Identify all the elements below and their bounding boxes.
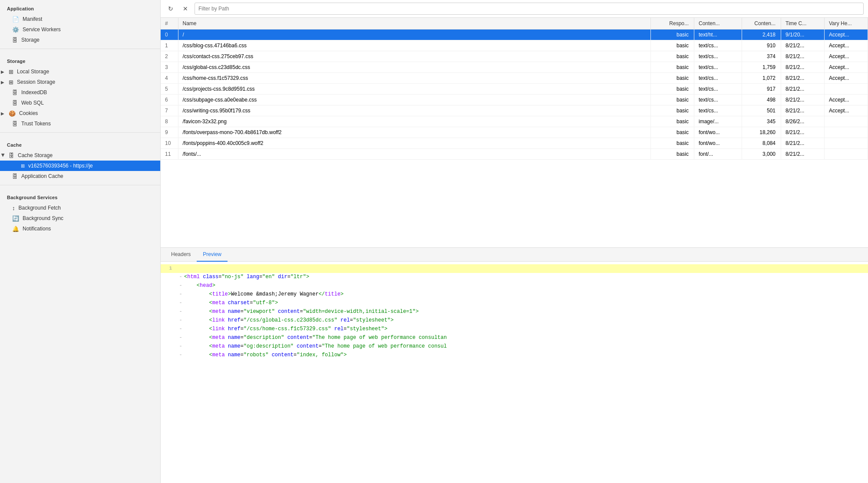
table-row[interactable]: 11/fonts/...basicfont/...3,0008/21/2... — [161, 149, 868, 160]
sidebar-item-background-sync[interactable]: 🔄 Background Sync — [0, 213, 160, 223]
table-cell-col-timec: 8/21/2... — [781, 84, 825, 95]
table-cell-col-timec: 8/21/2... — [781, 105, 825, 116]
table-cell-col-name: /css/contact-css.275ceb97.css — [178, 51, 651, 62]
sidebar-item-label: Background Fetch — [19, 205, 61, 211]
table-cell-col-content2: 374 — [742, 51, 781, 62]
line-number — [164, 308, 177, 308]
line-number — [164, 325, 177, 325]
db-icon: 🗄 — [12, 37, 18, 43]
line-prefix: - — [177, 299, 184, 307]
table-row[interactable]: 10/fonts/poppins-400.40c005c9.woff2basic… — [161, 138, 868, 149]
table-row[interactable]: 7/css/writing-css.95b0f179.cssbasictext/… — [161, 105, 868, 116]
table-row[interactable]: 2/css/contact-css.275ceb97.cssbasictext/… — [161, 51, 868, 62]
table-cell-col-name: / — [178, 30, 651, 40]
tab-preview[interactable]: Preview — [197, 248, 228, 262]
db-icon: 🗄 — [12, 100, 18, 106]
table-cell-col-timec: 8/21/2... — [781, 73, 825, 84]
sidebar-item-session-storage[interactable]: ▶ ⊞ Session Storage — [0, 77, 160, 87]
col-header-content2[interactable]: Conten... — [742, 18, 781, 30]
table-row[interactable]: 9/fonts/overpass-mono-700.4b8617db.woff2… — [161, 127, 868, 138]
col-header-timec[interactable]: Time C... — [781, 18, 825, 30]
sidebar-item-label: Web SQL — [21, 100, 44, 106]
table-row[interactable]: 3/css/global-css.c23d85dc.cssbasictext/c… — [161, 62, 868, 73]
table-cell-col-content2: 8,084 — [742, 138, 781, 149]
expand-arrow-icon: ▶ — [1, 69, 5, 74]
sidebar-item-manifest[interactable]: 📄 Manifest — [0, 14, 160, 24]
top-bar: ↻ ✕ — [161, 0, 868, 18]
table-cell-col-content2: 501 — [742, 105, 781, 116]
sidebar-item-storage[interactable]: 🗄 Storage — [0, 35, 160, 45]
table-cell-col-response: basic — [651, 127, 694, 138]
code-line: - <meta name="viewport" content="width=d… — [161, 308, 868, 316]
sidebar-item-background-fetch[interactable]: ↕ Background Fetch — [0, 203, 160, 213]
tab-headers[interactable]: Headers — [165, 248, 197, 262]
table-cell-col-timec: 8/21/2... — [781, 51, 825, 62]
table-cell-col-content1: text/cs... — [694, 95, 742, 105]
table-row[interactable]: 4/css/home-css.f1c57329.cssbasictext/cs.… — [161, 73, 868, 84]
refresh-button[interactable]: ↻ — [165, 3, 176, 14]
sidebar-item-local-storage[interactable]: ▶ ⊞ Local Storage — [0, 66, 160, 77]
sidebar-item-application-cache[interactable]: 🗄 Application Cache — [0, 171, 160, 181]
sidebar-item-service-workers[interactable]: ⚙️ Service Workers — [0, 24, 160, 35]
sidebar-item-label: Session Storage — [17, 79, 55, 85]
table-cell-col-num: 9 — [161, 127, 178, 138]
line-content: <head> — [184, 282, 865, 290]
table-cell-col-timec: 8/21/2... — [781, 149, 825, 160]
sidebar-item-web-sql[interactable]: 🗄 Web SQL — [0, 98, 160, 108]
db-icon: 🗄 — [12, 90, 18, 95]
col-header-vary[interactable]: Vary He... — [825, 18, 868, 30]
col-header-num: # — [161, 18, 178, 30]
sidebar-item-indexeddb[interactable]: 🗄 IndexedDB — [0, 87, 160, 98]
sidebar-item-label: v1625760393456 - https://je — [28, 163, 93, 169]
expand-arrow-down-icon: ▶ — [1, 153, 6, 158]
line-prefix: - — [177, 334, 184, 342]
table-cell-col-response: basic — [651, 73, 694, 84]
table-row[interactable]: 8/favicon-32x32.pngbasicimage/...3458/26… — [161, 116, 868, 127]
table-row[interactable]: 5/css/projects-css.9c8d9591.cssbasictext… — [161, 84, 868, 95]
table-cell-col-response: basic — [651, 40, 694, 51]
table-cell-col-timec: 8/21/2... — [781, 127, 825, 138]
sidebar-section-header-background: Background Services — [0, 189, 160, 203]
line-content: <html class="no-js" lang="en" dir="ltr"> — [184, 273, 865, 281]
line-number: 1 — [164, 264, 177, 273]
code-line: 1 — [161, 264, 868, 273]
filter-input[interactable] — [195, 3, 864, 15]
sidebar-section-header-cache: Cache — [0, 136, 160, 150]
line-number — [164, 334, 177, 334]
table-cell-col-vary: Accept... — [825, 30, 868, 40]
col-header-response[interactable]: Respo... — [651, 18, 694, 30]
line-content: <meta name="description" content="The ho… — [184, 334, 865, 342]
table-cell-col-content1: text/ht... — [694, 30, 742, 40]
table-cell-col-timec: 8/21/2... — [781, 138, 825, 149]
sidebar-item-label: Cache Storage — [18, 152, 53, 158]
table-cell-col-timec: 9/1/20... — [781, 30, 825, 40]
table-cell-col-content2: 498 — [742, 95, 781, 105]
close-button[interactable]: ✕ — [180, 3, 191, 14]
table-row[interactable]: 6/css/subpage-css.a0e0eabe.cssbasictext/… — [161, 95, 868, 105]
table-row[interactable]: 0/basictext/ht...2,4189/1/20...Accept... — [161, 30, 868, 40]
table-cell-col-content1: text/cs... — [694, 73, 742, 84]
table-cell-col-name: /css/projects-css.9c8d9591.css — [178, 84, 651, 95]
line-number — [164, 282, 177, 282]
table-cell-col-name: /css/subpage-css.a0e0eabe.css — [178, 95, 651, 105]
col-header-name[interactable]: Name — [178, 18, 651, 30]
sidebar-item-cache-storage[interactable]: ▶ 🗄 Cache Storage — [0, 150, 160, 161]
table-cell-col-num: 2 — [161, 51, 178, 62]
table-cell-col-response: basic — [651, 84, 694, 95]
table-cell-col-name: /fonts/poppins-400.40c005c9.woff2 — [178, 138, 651, 149]
code-line: -<html class="no-js" lang="en" dir="ltr"… — [161, 273, 868, 282]
sidebar-item-cookies[interactable]: ▶ 🍪 Cookies — [0, 108, 160, 118]
sidebar-section-cache: Cache ▶ 🗄 Cache Storage ⊞ v1625760393456… — [0, 136, 160, 181]
table-cell-col-response: basic — [651, 149, 694, 160]
col-header-content1[interactable]: Conten... — [694, 18, 742, 30]
sidebar-item-cache-entry[interactable]: ⊞ v1625760393456 - https://je — [0, 161, 160, 171]
sidebar-item-notifications[interactable]: 🔔 Notifications — [0, 223, 160, 234]
line-prefix: - — [177, 282, 184, 290]
sidebar-item-trust-tokens[interactable]: 🗄 Trust Tokens — [0, 118, 160, 129]
divider-1 — [0, 49, 160, 49]
table-cell-col-response: basic — [651, 30, 694, 40]
table-row[interactable]: 1/css/blog-css.47146ba6.cssbasictext/cs.… — [161, 40, 868, 51]
table-cell-col-content2: 18,260 — [742, 127, 781, 138]
table-cell-col-num: 7 — [161, 105, 178, 116]
code-preview: 1 -<html class="no-js" lang="en" dir="lt… — [161, 262, 868, 483]
